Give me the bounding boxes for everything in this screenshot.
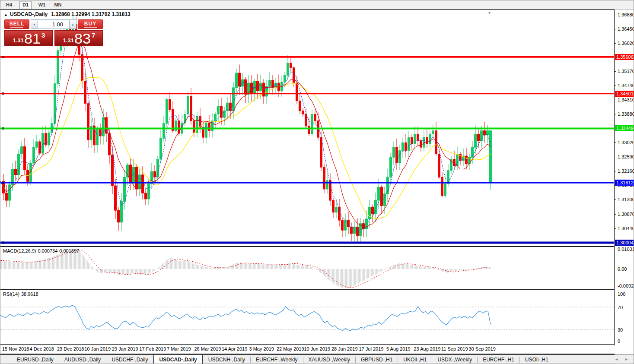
buy-price-big: 83	[74, 31, 91, 46]
price-axis-tick: 1.34310	[618, 97, 634, 102]
date-label: 23 Aug 2019	[414, 346, 441, 351]
toolbar-separator	[50, 2, 50, 8]
macd-label: MACD(12,26,9)0.0007340.001397	[3, 248, 81, 253]
price-level-badge-1.31812: 1.31812	[615, 180, 634, 186]
date-label: 14 Apr 2019	[222, 346, 247, 351]
chart-tab-USDCAD-Daily[interactable]: USDCAD-,Daily	[153, 355, 202, 364]
chart-tab-USDCNH-Daily[interactable]: USDCNH-,Daily	[203, 355, 250, 364]
date-label: 10 Jan 2019	[85, 346, 111, 351]
date-label: 26 Mar 2019	[194, 346, 221, 351]
chart-shift-icon[interactable]: ▼	[487, 11, 491, 15]
sell-price-sup: 3	[41, 32, 45, 39]
chart-symbol-label: USDCAD-,Daily	[10, 11, 48, 17]
date-label: 7 Mar 2019	[167, 346, 191, 351]
buy-price-sup: 7	[92, 32, 95, 39]
date-label: 28 Jun 2019	[331, 346, 358, 351]
macd-main-value: 0.000734	[38, 248, 57, 253]
toolbar-separator	[17, 2, 17, 8]
macd-axis-zero: 0.00	[618, 266, 627, 272]
buy-price-small: 1.31	[63, 37, 74, 44]
chart-tab-USDCHF-Daily[interactable]: USDCHF-,Daily	[106, 355, 153, 364]
price-axis-tick: 1.36020	[618, 41, 634, 46]
price-axis-tick: 1.36880	[618, 12, 634, 17]
price-level-badge-1.30004: 1.30004	[615, 240, 634, 246]
price-axis-tick: 1.32590	[618, 154, 634, 159]
rsi-canvas	[0, 290, 614, 344]
rsi-axis-0: 0	[618, 339, 620, 344]
rsi-label: RSI(14)38.9618	[3, 291, 40, 297]
date-label: 17 Feb 2019	[140, 346, 166, 351]
timeframe-button-MN[interactable]: MN	[52, 1, 64, 9]
rsi-axis-100: 100	[618, 291, 625, 297]
buy-button[interactable]: BUY	[78, 19, 103, 29]
date-label: 10 Jun 2019	[304, 346, 331, 351]
level-anchor[interactable]	[2, 92, 4, 95]
rsi-axis-70: 70	[618, 305, 623, 310]
macd-axis-max: 0.010311	[618, 247, 634, 252]
date-axis: 15 Nov 20184 Dec 201823 Dec 201810 Jan 2…	[0, 345, 615, 355]
toolbar-separator	[66, 2, 66, 8]
price-level-badge-1.35606: 1.35606	[615, 54, 634, 60]
sell-button[interactable]: SELL	[4, 19, 29, 29]
chart-tab-XAUUSD-Weekly[interactable]: XAUUSD-,Weekly	[303, 355, 355, 364]
chart-tab-EURCHF-Weekly[interactable]: EURCHF-,Weekly	[251, 355, 303, 364]
date-label: 29 Jan 2019	[112, 346, 138, 351]
timeframe-button-H4[interactable]: H4	[3, 1, 15, 9]
date-label: 22 May 2019	[277, 346, 304, 351]
one-click-trading-panel: SELL ▼ ▲ BUY 1.31 81 3 1.31 83 7	[4, 19, 103, 46]
level-anchor[interactable]	[2, 182, 4, 184]
price-axis-tick: 1.34740	[618, 83, 634, 88]
candles	[3, 16, 492, 244]
mt4-terminal-window: H4D1W1MN ▲USDCAD-,Daily1.32868 1.32994 1…	[0, 0, 634, 364]
date-label: 11 Sep 2019	[441, 346, 468, 351]
tab-scroll-arrows: ◄ ►	[615, 357, 628, 361]
price-axis-tick: 1.33880	[618, 111, 634, 117]
sell-price-big: 81	[24, 31, 41, 46]
timeframe-button-W1[interactable]: W1	[36, 1, 48, 9]
chart-tab-AUDUSD-Daily[interactable]: AUDUSD-,Daily	[59, 355, 106, 364]
price-axis-tick: 1.33020	[618, 140, 634, 145]
price-axis: 1.368801.364501.360201.351701.347401.343…	[614, 9, 634, 345]
tab-scroll-left-icon[interactable]: ◄	[615, 357, 618, 361]
sell-price-box[interactable]: 1.31 81 3	[4, 30, 53, 46]
date-label: 30 Sep 2019	[469, 346, 496, 351]
macd-indicator-panel[interactable]: MACD(12,26,9)0.0007340.001397	[0, 247, 615, 290]
date-label: 3 May 2019	[249, 346, 274, 351]
rsi-indicator-panel[interactable]: RSI(14)38.9618	[0, 290, 615, 345]
rsi-axis-30: 30	[618, 327, 623, 332]
macd-signal-value: 0.001397	[59, 248, 79, 253]
date-label: 5 Aug 2019	[386, 346, 411, 351]
level-anchor[interactable]	[2, 127, 4, 130]
volume-increase-button[interactable]: ▲	[69, 19, 76, 29]
chart-tab-bar: EURUSD-,DailyAUDUSD-,DailyUSDCHF-,DailyU…	[0, 355, 634, 364]
price-axis-tick: 1.30870	[618, 212, 634, 217]
chart-tab-USDX-Weekly[interactable]: USDX-,Weekly	[432, 355, 477, 364]
date-label: 23 Dec 2018	[57, 346, 84, 351]
level-anchor[interactable]	[2, 242, 4, 244]
macd-axis-min: -0.009203	[618, 283, 634, 288]
volume-input[interactable]	[38, 19, 69, 29]
chart-tab-USOil-H1[interactable]: USOil-,H1	[520, 355, 554, 364]
macd-canvas	[0, 247, 614, 289]
macd-histogram	[0, 250, 491, 288]
date-label: 4 Dec 2018	[30, 346, 54, 351]
toolbar-separator	[34, 2, 34, 8]
timeframe-toolbar: H4D1W1MN	[0, 0, 634, 9]
chart-tab-EURCHF-H1[interactable]: EURCHF-,H1	[478, 355, 519, 364]
chart-tab-EURUSD-Daily[interactable]: EURUSD-,Daily	[12, 355, 59, 364]
volume-decrease-button[interactable]: ▼	[31, 19, 38, 29]
buy-price-box[interactable]: 1.31 83 7	[54, 30, 103, 46]
date-label: 15 Nov 2018	[2, 346, 29, 351]
chart-tab-GBPUSD-H1[interactable]: GBPUSD-,H1	[356, 355, 398, 364]
price-axis-tick: 1.35170	[618, 69, 634, 74]
price-axis-tick: 1.31300	[618, 197, 634, 202]
chart-tab-UKOil-H1[interactable]: UKOil-,H1	[398, 355, 432, 364]
chart-title: ▲USDCAD-,Daily1.32868 1.32994 1.31702 1.…	[4, 11, 131, 17]
chart-ohlc-values: 1.32868 1.32994 1.31702 1.31813	[51, 11, 131, 17]
price-axis-tick: 1.30440	[618, 226, 634, 231]
timeframe-button-D1[interactable]: D1	[19, 1, 32, 9]
tab-scroll-right-icon[interactable]: ►	[624, 357, 628, 361]
collapse-panel-icon[interactable]: ▲	[4, 13, 8, 17]
price-axis-tick: 1.36450	[618, 26, 634, 32]
level-anchor[interactable]	[2, 56, 4, 58]
